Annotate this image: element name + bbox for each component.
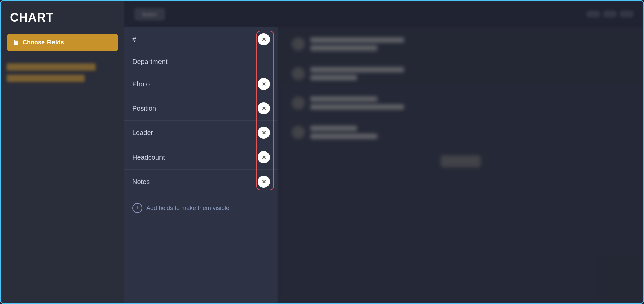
- field-label-number: #: [132, 36, 136, 43]
- field-row-number: # ✕: [124, 27, 278, 52]
- field-row-notes: Notes ✕: [124, 170, 278, 194]
- field-label-headcount: Headcount: [132, 154, 165, 161]
- top-bar-right-group: [586, 11, 633, 17]
- blurred-row-3: [292, 96, 630, 110]
- app-title: CHART: [1, 1, 124, 34]
- blurred-bottom-btn: [441, 155, 481, 167]
- blurred-text-block-4: [310, 126, 377, 139]
- field-row-headcount: Headcount ✕: [124, 145, 278, 170]
- field-row-leader: Leader ✕: [124, 121, 278, 145]
- blurred-avatar-2: [292, 67, 305, 80]
- field-label-photo: Photo: [132, 80, 150, 88]
- main-content: Button # ✕ Department: [124, 1, 643, 303]
- field-row-photo: Photo ✕: [124, 72, 278, 96]
- top-bar-left-button: Button: [134, 8, 165, 20]
- top-bar-right-btn-1: [586, 11, 600, 17]
- blurred-text-3a: [310, 96, 377, 102]
- sidebar-blurred-item-2: [7, 75, 85, 82]
- sidebar-blurred-item-1: [7, 63, 96, 71]
- blurred-text-2a: [310, 67, 404, 72]
- top-bar-right-btn-2: [603, 11, 617, 17]
- field-label-notes: Notes: [132, 178, 150, 186]
- sidebar: CHART 🖥 Choose Fields: [1, 1, 124, 303]
- fields-panel: # ✕ Department Photo ✕ Position: [124, 27, 278, 303]
- top-bar-right-btn-3: [620, 11, 633, 17]
- blurred-text-1a: [310, 37, 404, 43]
- top-bar: Button: [124, 1, 643, 27]
- remove-button-position[interactable]: ✕: [258, 102, 270, 114]
- blurred-row-2: [292, 67, 630, 80]
- remove-button-notes[interactable]: ✕: [258, 176, 270, 188]
- field-label-department: Department: [132, 58, 168, 66]
- field-label-leader: Leader: [132, 129, 153, 137]
- add-icon: +: [132, 203, 142, 213]
- remove-button-headcount[interactable]: ✕: [258, 151, 270, 163]
- fields-wrapper: # ✕ Department Photo ✕ Position: [124, 27, 278, 194]
- blurred-text-3b: [310, 104, 404, 110]
- field-row-department: Department: [124, 52, 278, 72]
- content-area: # ✕ Department Photo ✕ Position: [124, 27, 643, 303]
- sidebar-blurred-items: [1, 59, 124, 86]
- blurred-text-1b: [310, 45, 377, 51]
- blurred-avatar-3: [292, 96, 305, 110]
- remove-button-number[interactable]: ✕: [258, 33, 270, 45]
- blurred-text-block-2: [310, 67, 404, 80]
- add-fields-row[interactable]: + Add fields to make them visible: [124, 194, 278, 222]
- right-blurred-content: [278, 27, 643, 303]
- field-label-position: Position: [132, 105, 156, 112]
- blurred-avatar-1: [292, 37, 305, 51]
- add-fields-label: Add fields to make them visible: [146, 205, 229, 212]
- blurred-text-block-1: [310, 37, 404, 51]
- remove-button-leader[interactable]: ✕: [258, 127, 270, 139]
- blurred-text-4b: [310, 134, 377, 139]
- field-list: # ✕ Department Photo ✕ Position: [124, 27, 278, 194]
- field-row-position: Position ✕: [124, 96, 278, 121]
- blurred-text-2b: [310, 75, 357, 80]
- choose-fields-label: Choose Fields: [23, 39, 64, 46]
- blurred-text-block-3: [310, 96, 404, 110]
- blurred-avatar-4: [292, 126, 305, 139]
- blurred-text-4a: [310, 126, 357, 131]
- choose-fields-button[interactable]: 🖥 Choose Fields: [7, 34, 118, 51]
- monitor-icon: 🖥: [13, 39, 19, 46]
- blurred-row-1: [292, 37, 630, 51]
- remove-button-photo[interactable]: ✕: [258, 78, 270, 90]
- blurred-row-4: [292, 126, 630, 139]
